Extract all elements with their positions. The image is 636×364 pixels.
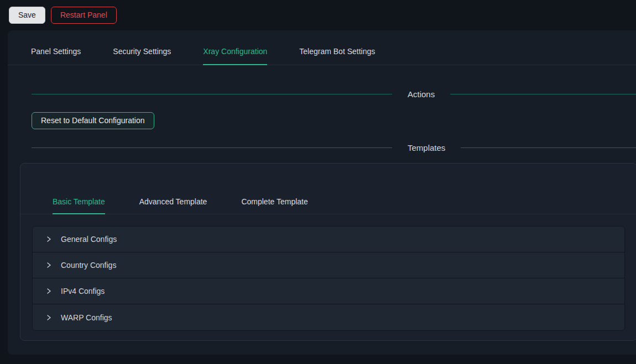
chevron-right-icon: [45, 262, 52, 268]
config-collapse-list: General Configs Country Configs IPv4 Con…: [32, 226, 625, 331]
tab-complete-template[interactable]: Complete Template: [241, 197, 307, 214]
divider-line: [461, 147, 636, 148]
chevron-right-icon: [45, 288, 52, 294]
tab-security-settings[interactable]: Security Settings: [113, 47, 171, 65]
divider-line: [32, 147, 392, 148]
collapse-header-country-configs[interactable]: Country Configs: [33, 252, 624, 278]
collapse-header-ipv4-configs[interactable]: IPv4 Configs: [33, 278, 624, 304]
collapse-header-general-configs[interactable]: General Configs: [33, 226, 624, 252]
templates-divider: Templates: [32, 142, 636, 153]
settings-tab-bar: Panel Settings Security Settings Xray Co…: [8, 30, 636, 65]
tab-advanced-template[interactable]: Advanced Template: [139, 197, 207, 214]
collapse-label: WARP Configs: [61, 313, 112, 322]
tab-panel-settings[interactable]: Panel Settings: [31, 47, 81, 65]
restart-panel-button[interactable]: Restart Panel: [51, 7, 117, 24]
actions-divider-label: Actions: [392, 89, 450, 99]
topbar: Save Restart Panel: [0, 0, 636, 30]
collapse-header-warp-configs[interactable]: WARP Configs: [33, 304, 624, 330]
tab-xray-configuration[interactable]: Xray Configuration: [203, 47, 267, 65]
template-tab-bar: Basic Template Advanced Template Complet…: [20, 163, 636, 214]
divider-line: [450, 94, 636, 94]
actions-divider: Actions: [32, 88, 636, 99]
templates-divider-label: Templates: [392, 143, 461, 152]
tab-telegram-bot-settings[interactable]: Telegram Bot Settings: [299, 47, 375, 65]
settings-panel: Panel Settings Security Settings Xray Co…: [8, 30, 636, 355]
templates-card: Basic Template Advanced Template Complet…: [20, 163, 636, 341]
reset-default-configuration-button[interactable]: Reset to Default Configuration: [32, 112, 154, 129]
collapse-label: General Configs: [61, 235, 117, 244]
collapse-label: Country Configs: [61, 261, 116, 270]
divider-line: [32, 94, 392, 94]
tab-basic-template[interactable]: Basic Template: [53, 197, 105, 214]
collapse-label: IPv4 Configs: [61, 287, 105, 296]
chevron-right-icon: [45, 236, 52, 242]
chevron-right-icon: [45, 314, 52, 321]
save-button[interactable]: Save: [9, 7, 45, 24]
